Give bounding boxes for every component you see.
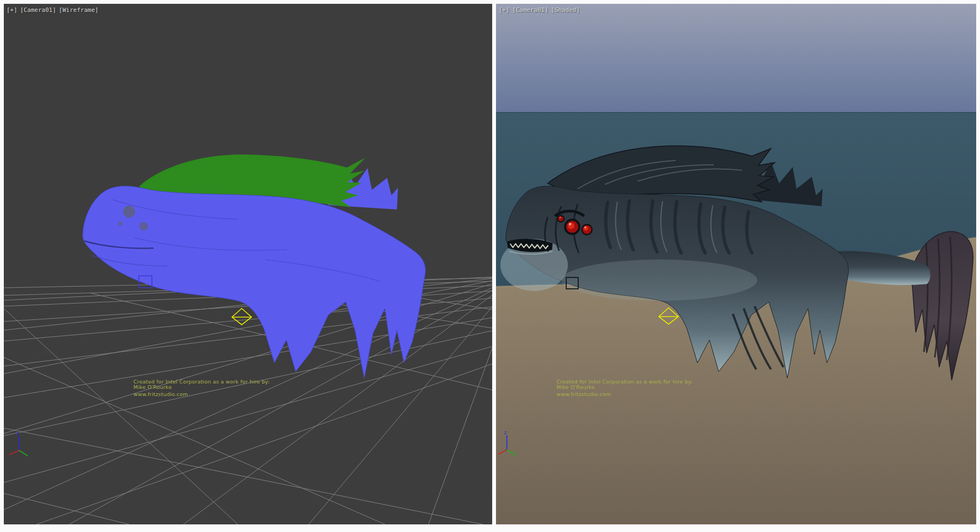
- render-watermark: Created for Intel Corporation as a work …: [133, 379, 270, 397]
- viewport-shading-menu[interactable]: [Shaded]: [551, 7, 580, 14]
- sky: [496, 4, 976, 114]
- viewport-shading-menu[interactable]: [Wireframe]: [59, 7, 99, 14]
- wireframe-fish[interactable]: [83, 154, 425, 378]
- viewport-wireframe[interactable]: [+][Camera01][Wireframe]: [4, 4, 492, 524]
- viewport-camera-menu[interactable]: [Camera01]: [512, 7, 548, 14]
- axis-z-label: z: [504, 430, 507, 435]
- watermark-line-3: www.fritzstudio.com: [556, 392, 693, 397]
- watermark-line-2: Mike O'Rourke: [133, 385, 270, 390]
- viewport-layout: [+][Camera01][Wireframe]: [0, 0, 980, 532]
- shaded-canvas[interactable]: z: [496, 4, 976, 524]
- viewport-label-left: [+][Camera01][Wireframe]: [7, 7, 99, 14]
- axis-z-label: z: [16, 430, 19, 436]
- viewport-shaded[interactable]: [+][Camera01][Shaded]: [496, 4, 976, 524]
- transform-gizmo[interactable]: [232, 308, 252, 325]
- viewport-expand-button[interactable]: [+]: [499, 7, 510, 14]
- wireframe-canvas[interactable]: z: [4, 4, 492, 524]
- fish-eye-spot-tiny: [118, 221, 122, 226]
- viewport-divider[interactable]: [492, 4, 496, 524]
- render-watermark: Created for Intel Corporation as a work …: [556, 379, 693, 397]
- viewport-label-right: [+][Camera01][Shaded]: [499, 7, 580, 14]
- fish-body: [83, 186, 425, 378]
- watermark-line-2: Mike O'Rourke: [556, 385, 693, 390]
- watermark-line-3: www.fritzstudio.com: [133, 392, 270, 397]
- fish-eye-spot-small: [139, 222, 148, 231]
- fish-eye-spot-large: [123, 206, 135, 218]
- viewport-expand-button[interactable]: [+]: [7, 7, 17, 14]
- viewport-camera-menu[interactable]: [Camera01]: [20, 7, 56, 14]
- lower-body-highlight: [561, 259, 757, 301]
